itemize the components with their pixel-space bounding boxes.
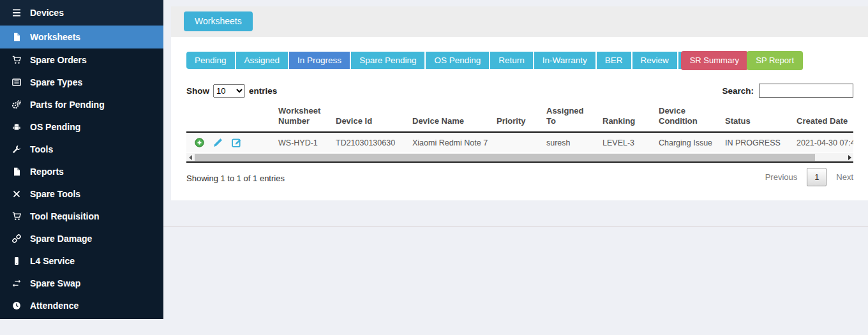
worksheets-page-button[interactable]: Worksheets — [184, 11, 253, 31]
unlink-icon — [11, 234, 22, 243]
tab-spare-pending[interactable]: Spare Pending — [351, 52, 426, 69]
cell-status: IN PROGRESS — [721, 132, 793, 153]
entries-label: entries — [249, 86, 277, 96]
worksheets-table: Worksheet Number Device Id Device Name P… — [186, 102, 853, 153]
table-header-row: Worksheet Number Device Id Device Name P… — [186, 102, 853, 132]
file-icon — [11, 167, 22, 176]
sidebar-item-attendence[interactable]: Attendence — [0, 294, 163, 316]
sidebar-item-l4-service[interactable]: L4 Service — [0, 249, 163, 272]
sidebar-item-label: Tool Requisition — [30, 211, 100, 221]
swap-icon — [11, 279, 22, 288]
sidebar-item-label: Reports — [30, 167, 64, 177]
clock-icon — [11, 301, 22, 310]
page-size-select[interactable]: 10 — [213, 84, 245, 98]
sidebar-item-label: Worksheets — [30, 32, 80, 42]
worksheets-page: Devices Worksheets Spare Orders Spare Ty… — [0, 0, 868, 335]
entries-summary: Showing 1 to 1 of 1 entries — [186, 174, 285, 183]
status-tabs: Pending Assigned In Progress Spare Pendi… — [186, 52, 732, 69]
sidebar-item-label: Spare Damage — [30, 234, 92, 244]
column-worksheet-number[interactable]: Worksheet Number — [274, 102, 332, 132]
pagination: Previous 1 Next — [765, 168, 853, 186]
column-device-name[interactable]: Device Name — [408, 102, 493, 132]
sidebar-item-worksheets[interactable]: Worksheets — [0, 26, 163, 48]
column-device-id[interactable]: Device Id — [332, 102, 408, 132]
horizontal-scrollbar[interactable] — [186, 153, 853, 161]
sidebar-item-label: Tools — [30, 144, 53, 154]
main-panel: Worksheets Pending Assigned In Progress … — [171, 6, 868, 200]
sidebar-item-tool-requisition[interactable]: Tool Requisition — [0, 205, 163, 227]
column-priority[interactable]: Priority — [493, 102, 542, 132]
pencil-icon[interactable] — [213, 138, 223, 148]
column-device-condition[interactable]: Device Condition — [655, 102, 721, 132]
previous-button[interactable]: Previous — [765, 172, 798, 182]
tab-in-warranty[interactable]: In-Warranty — [534, 52, 597, 69]
next-button[interactable]: Next — [836, 172, 853, 182]
table-row: WS-HYD-1 TD21030130630 Xiaomi Redmi Note… — [186, 132, 853, 153]
tab-assigned[interactable]: Assigned — [236, 52, 290, 69]
cell-worksheet-number: WS-HYD-1 — [274, 132, 332, 153]
show-entries-control: Show 10 entries — [186, 84, 277, 98]
sp-report-button[interactable]: SP Report — [747, 51, 803, 70]
add-circle-icon[interactable] — [195, 138, 205, 148]
scrollbar-thumb[interactable] — [195, 154, 815, 161]
cell-device-condition: Charging Issue — [655, 132, 721, 153]
sidebar-item-label: L4 Service — [30, 256, 75, 266]
android-icon — [11, 123, 22, 131]
sidebar-item-reports[interactable]: Reports — [0, 160, 163, 182]
cell-device-name: Xiaomi Redmi Note 7 — [408, 132, 493, 153]
list-icon — [11, 78, 22, 87]
sidebar-item-label: Attendence — [30, 301, 79, 311]
edit-square-icon[interactable] — [232, 138, 242, 148]
sidebar: Devices Worksheets Spare Orders Spare Ty… — [0, 0, 163, 319]
column-actions — [186, 102, 274, 132]
sidebar-item-label: Spare Tools — [30, 189, 80, 199]
sidebar-item-devices[interactable]: Devices — [0, 0, 163, 26]
search-input[interactable] — [759, 84, 853, 98]
sidebar-item-label: Parts for Pending — [30, 100, 105, 110]
file-icon — [11, 33, 22, 41]
sidebar-item-spare-swap[interactable]: Spare Swap — [0, 272, 163, 294]
cart-icon — [11, 212, 22, 221]
page-1-button[interactable]: 1 — [807, 168, 827, 186]
wrench-icon — [11, 145, 22, 154]
cell-priority — [493, 132, 542, 153]
sr-summary-button[interactable]: SR Summary — [681, 51, 748, 70]
search-label: Search: — [722, 86, 754, 96]
tab-review[interactable]: Review — [632, 52, 678, 69]
sidebar-item-spare-types[interactable]: Spare Types — [0, 71, 163, 93]
sidebar-item-spare-orders[interactable]: Spare Orders — [0, 48, 163, 71]
sidebar-item-tools[interactable]: Tools — [0, 138, 163, 160]
sidebar-item-label: Spare Types — [30, 77, 82, 87]
tab-os-pending[interactable]: OS Pending — [426, 52, 490, 69]
cart-icon — [11, 56, 22, 64]
column-status[interactable]: Status — [721, 102, 793, 132]
show-label: Show — [186, 86, 209, 96]
sidebar-item-label: OS Pending — [30, 122, 80, 132]
cell-ranking: LEVEL-3 — [599, 132, 655, 153]
mobile-icon — [11, 257, 22, 265]
sidebar-item-parts-for-pending[interactable]: Parts for Pending — [0, 93, 163, 115]
tools-icon — [11, 190, 22, 198]
sidebar-item-os-pending[interactable]: OS Pending — [0, 115, 163, 138]
cogs-icon — [11, 100, 22, 109]
column-assigned-to[interactable]: Assigned To — [542, 102, 599, 132]
cell-device-id: TD21030130630 — [332, 132, 408, 153]
page-header-band — [171, 6, 868, 37]
scroll-left-arrow-icon[interactable] — [186, 153, 194, 161]
sidebar-item-spare-damage[interactable]: Spare Damage — [0, 227, 163, 249]
sidebar-item-label: Spare Swap — [30, 278, 80, 288]
sidebar-item-label: Devices — [30, 8, 64, 18]
cell-assigned-to: suresh — [542, 132, 599, 153]
tab-pending[interactable]: Pending — [186, 52, 236, 69]
scroll-right-arrow-icon[interactable] — [846, 153, 853, 161]
bars-icon — [11, 8, 22, 17]
sidebar-item-spare-tools[interactable]: Spare Tools — [0, 182, 163, 205]
column-created-date[interactable]: Created Date — [793, 102, 853, 132]
tab-return[interactable]: Return — [490, 52, 534, 69]
row-actions — [190, 138, 271, 148]
tab-in-progress[interactable]: In Progress — [289, 52, 351, 69]
tab-ber[interactable]: BER — [597, 52, 632, 69]
column-ranking[interactable]: Ranking — [599, 102, 655, 132]
sidebar-item-label: Spare Orders — [30, 55, 87, 65]
section-divider — [163, 227, 868, 227]
